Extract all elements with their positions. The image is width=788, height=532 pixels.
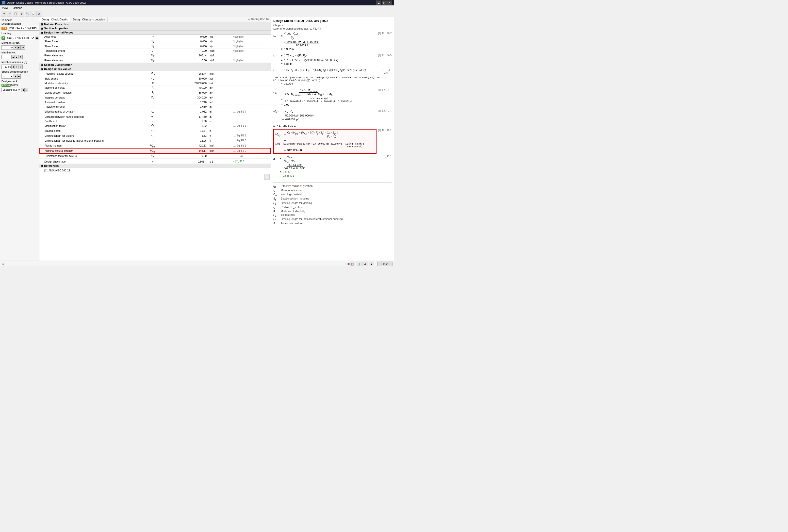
ml-settings-btn[interactable]: ⚙ bbox=[18, 64, 23, 69]
app-icon bbox=[2, 1, 5, 4]
cb-eq-sign: = bbox=[281, 91, 282, 94]
collapse-icon-section: ▣ bbox=[41, 27, 43, 30]
cv-note-15: [1], Eq. F2-1 bbox=[231, 143, 270, 148]
toolbar-btn-5[interactable]: 🔧 bbox=[25, 11, 30, 17]
toolbar-btn-7[interactable]: 🗂 bbox=[36, 11, 42, 17]
toolbar-btn-1[interactable]: ↩ bbox=[1, 11, 6, 17]
section-references[interactable]: ▣ References bbox=[39, 164, 271, 168]
cv-unit-16: kipft bbox=[208, 148, 231, 154]
member-location-input[interactable]: 17.50 bbox=[1, 64, 11, 69]
cv-note-3 bbox=[231, 85, 270, 90]
legend-sym-9: J bbox=[273, 222, 281, 224]
maximize-button[interactable]: 🗗 bbox=[382, 0, 387, 5]
table-row: Braced length Lb 11.67 ft bbox=[40, 128, 270, 133]
dc-next-btn[interactable]: ▶ bbox=[25, 88, 28, 92]
loading-select[interactable]: CO6 - 1.20D + 1.60L bbox=[6, 36, 35, 40]
legend-sym-6: E bbox=[273, 210, 281, 213]
force-unit-1: kip bbox=[208, 39, 231, 44]
minimize-button[interactable]: 🗕 bbox=[376, 0, 381, 5]
toolbar-btn-6[interactable]: 📊 bbox=[31, 11, 36, 17]
section-classification-header[interactable]: ▣ Section Classification bbox=[39, 63, 271, 67]
mpy-result: 420.83 kipft bbox=[285, 118, 299, 121]
sp-prev-btn[interactable]: ◀ bbox=[14, 74, 17, 79]
center-export-btn[interactable]: 📋 bbox=[264, 174, 270, 180]
cv-sym-6: J bbox=[143, 100, 162, 104]
cv-val-1: 50.000 bbox=[162, 76, 208, 81]
force-note-2: Negligible bbox=[231, 44, 271, 49]
section-material-properties[interactable]: ▣ Material Properties bbox=[39, 22, 271, 26]
mpy-eq-sign: = bbox=[282, 110, 284, 113]
design-check-select[interactable]: Chapter F | Lateral-torsio... bbox=[1, 88, 21, 92]
cv-note-9 bbox=[231, 114, 270, 119]
section-section-properties[interactable]: ▣ Section Properties bbox=[39, 26, 271, 31]
table-row: Effective radius of gyration rts 1.982 i… bbox=[40, 109, 270, 114]
design-situation-label: Design Situation bbox=[1, 22, 38, 25]
cv-val-10: 1.00 bbox=[162, 119, 208, 123]
section-properties-label: Section Properties bbox=[44, 27, 68, 30]
cv-val-11: 1.02 bbox=[162, 123, 208, 128]
check-values-table: Required flexural strength Mr,y 266.44 k… bbox=[39, 71, 271, 158]
section-design-internal-forces[interactable]: ▣ Design Internal Forces bbox=[39, 31, 271, 35]
close-button[interactable]: Close bbox=[377, 261, 393, 266]
ml-next-btn[interactable]: ▶ bbox=[15, 64, 18, 69]
mny-highlighted-box: Mn,y = Cb · [Mp,y − (Mp,y − 0.7 · Fy · S… bbox=[273, 129, 376, 154]
ml-prev-btn[interactable]: ◀ bbox=[11, 64, 15, 69]
lp-eq-sign-2: = bbox=[281, 59, 282, 62]
cb-sub: 12.5 · 266.44 kipft 2.5 · 266.44 kipft +… bbox=[284, 97, 353, 102]
cv-val-12: 11.67 bbox=[162, 128, 208, 133]
bottom-icon-2[interactable]: 📊 bbox=[356, 261, 361, 266]
toolbar-btn-3[interactable]: 📋 bbox=[13, 11, 18, 17]
member-no-input[interactable]: 1 bbox=[1, 55, 11, 59]
mpy-formula: Fy · Zy bbox=[285, 110, 293, 113]
loading-next-btn[interactable]: ▶ bbox=[37, 36, 39, 40]
close-window-button[interactable]: ✕ bbox=[387, 0, 392, 5]
sp-next-btn[interactable]: ▶ bbox=[17, 74, 21, 79]
member-set-select[interactable]: -- bbox=[1, 45, 14, 50]
design-check-value: 0.865 bbox=[11, 84, 18, 87]
mn-next-btn[interactable]: ▶ bbox=[15, 55, 18, 59]
force-sym-3: T bbox=[143, 49, 162, 53]
design-situation-select[interactable]: DS2 - Section 2.3 (LRFD), 1. to 5. bbox=[8, 26, 39, 31]
material-properties-label: Material Properties bbox=[44, 23, 68, 26]
toolbar-btn-4[interactable]: ⚙ bbox=[19, 11, 24, 17]
cv-name-9: Distance between flange centroids bbox=[40, 114, 143, 119]
cv-sym-2: E bbox=[143, 81, 162, 85]
bottom-icon-1[interactable]: 📋 bbox=[350, 261, 355, 266]
cv-sym-13: Lp bbox=[143, 133, 162, 138]
ms-settings-btn[interactable]: ⚙ bbox=[21, 45, 25, 50]
lr-result: 16.96 ft bbox=[284, 82, 293, 85]
dcr-value: 0.865 -- bbox=[162, 160, 208, 164]
panel-tabs: Design Check Details Design Checks in Lo… bbox=[39, 17, 271, 22]
toolbar-btn-2[interactable]: ↪ bbox=[7, 11, 12, 17]
tab-design-checks-location[interactable]: Design Checks in Location bbox=[71, 17, 107, 22]
legend-row-3: Sy Elastic section modulus bbox=[273, 197, 392, 201]
lp-ref: [1], Eq. F2-5 bbox=[378, 54, 392, 57]
loading-label: Loading bbox=[1, 32, 38, 35]
force-sym-1: Vy bbox=[143, 39, 162, 44]
ms-prev-btn[interactable]: ◀ bbox=[14, 45, 17, 50]
cv-note-6 bbox=[231, 100, 270, 104]
force-sym-0: P bbox=[143, 35, 162, 39]
legend-row-6: E Modulus of elasticity bbox=[273, 210, 392, 213]
loading-prev-btn[interactable]: ◀ bbox=[35, 36, 37, 40]
cv-sym-11: Cb bbox=[143, 123, 162, 128]
collapse-icon-forces: ▣ bbox=[41, 31, 43, 34]
cv-name-3: Moment of inertia bbox=[40, 85, 143, 90]
menu-view[interactable]: View bbox=[1, 6, 9, 10]
stress-point-select[interactable]: -- bbox=[1, 74, 14, 79]
legend-row-9: J Torsional constant bbox=[273, 222, 392, 224]
ms-next-btn[interactable]: ▶ bbox=[17, 45, 21, 50]
mn-prev-btn[interactable]: ◀ bbox=[11, 55, 15, 59]
table-row: Shear force Vz 0.000 kip Negligible bbox=[39, 44, 271, 49]
section-design-check-values[interactable]: ▣ Design Check Values bbox=[39, 67, 271, 71]
menu-options[interactable]: Options bbox=[12, 6, 23, 10]
bottom-icon-3[interactable]: 🖨 bbox=[362, 261, 368, 266]
mn-settings-btn[interactable]: ⚙ bbox=[18, 55, 23, 59]
force-note-5: Negligible bbox=[231, 58, 271, 63]
cv-note-5 bbox=[231, 95, 270, 100]
legend-desc-5: Radius of gyration bbox=[281, 206, 392, 209]
dc-prev-btn[interactable]: ◀ bbox=[21, 88, 25, 92]
design-internal-forces-label: Design Internal Forces bbox=[44, 31, 73, 34]
bottom-icon-4[interactable]: ▼ bbox=[369, 261, 374, 266]
tab-design-check-details[interactable]: Design Check Details bbox=[39, 17, 71, 22]
